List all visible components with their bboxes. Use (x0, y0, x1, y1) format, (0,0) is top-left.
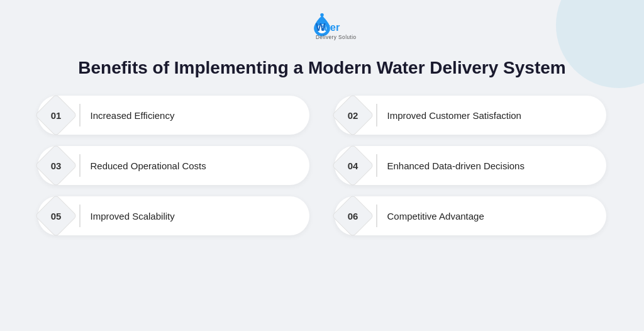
benefit-number-diamond: 04 (333, 146, 372, 185)
benefit-label: Increased Efficiency (83, 110, 187, 121)
benefit-number-diamond: 05 (36, 196, 75, 235)
benefit-number-diamond: 06 (333, 196, 372, 235)
benefit-item: 06 Competitive Advantage (335, 196, 606, 235)
benefit-label: Reduced Operational Costs (83, 160, 219, 171)
benefit-label: Improved Scalability (83, 211, 187, 222)
benefit-label: Improved Customer Satisfaction (380, 110, 534, 121)
page-container: ater W Delivery Solutions Benefits of Im… (0, 0, 644, 248)
benefit-item: 04 Enhanced Data-driven Decisions (335, 146, 606, 185)
benefit-label: Competitive Advantage (380, 211, 497, 222)
benefit-label: Enhanced Data-driven Decisions (380, 160, 537, 171)
benefit-divider (376, 104, 377, 126)
logo-svg: ater W Delivery Solutions (287, 11, 357, 49)
svg-text:W: W (316, 21, 326, 33)
benefit-number: 04 (348, 160, 358, 171)
benefit-item: 05 Improved Scalability (38, 196, 309, 235)
svg-point-1 (320, 13, 324, 16)
benefit-item: 02 Improved Customer Satisfaction (335, 96, 606, 135)
benefit-number: 03 (51, 160, 62, 171)
benefit-divider (79, 104, 80, 126)
benefit-number-diamond: 03 (36, 146, 75, 185)
benefit-number-diamond: 02 (333, 96, 372, 135)
benefits-grid: 01 Increased Efficiency 02 Improved Cust… (38, 96, 606, 235)
benefit-number-diamond: 01 (36, 96, 75, 135)
benefit-divider (79, 154, 80, 177)
benefit-number: 01 (51, 110, 62, 121)
svg-text:Delivery Solutions: Delivery Solutions (316, 35, 357, 40)
benefit-divider (376, 154, 377, 177)
benefit-item: 01 Increased Efficiency (38, 96, 309, 135)
benefit-number: 05 (51, 211, 62, 222)
page-title: Benefits of Implementing a Modern Water … (78, 58, 565, 78)
logo-container: ater W Delivery Solutions (287, 11, 357, 49)
benefit-divider (79, 205, 80, 227)
benefit-divider (376, 205, 377, 227)
benefit-number: 02 (348, 110, 358, 121)
benefit-item: 03 Reduced Operational Costs (38, 146, 309, 185)
benefit-number: 06 (348, 211, 358, 222)
